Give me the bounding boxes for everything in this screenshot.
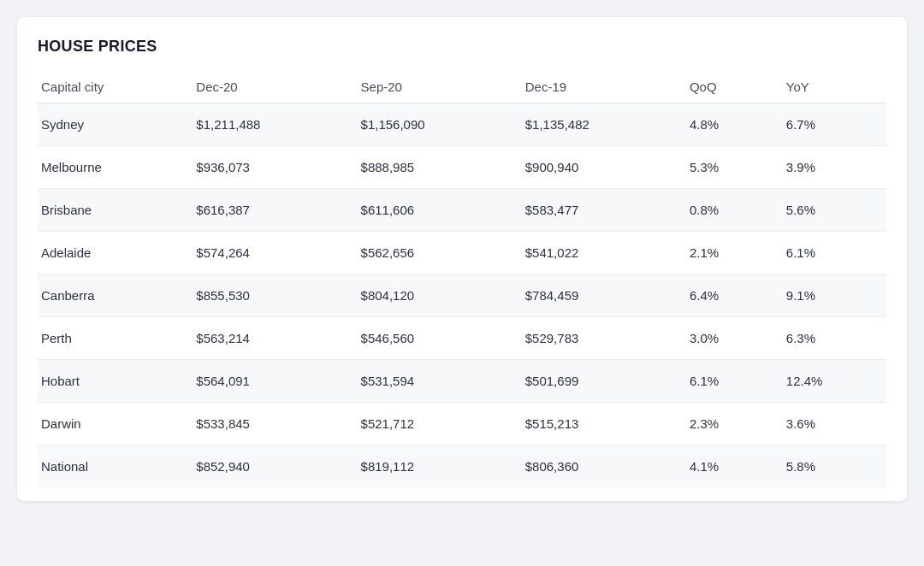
- cell-qoq: 4.8%: [679, 103, 776, 146]
- table-row: National$852,940$819,112$806,3604.1%5.8%: [38, 445, 886, 488]
- cell-city: Melbourne: [38, 146, 186, 189]
- table-row: Brisbane$616,387$611,606$583,4770.8%5.6%: [38, 189, 886, 232]
- cell-qoq: 0.8%: [679, 189, 776, 232]
- table-row: Darwin$533,845$521,712$515,2132.3%3.6%: [38, 403, 886, 445]
- cell-city: Perth: [38, 317, 186, 360]
- table-row: Sydney$1,211,488$1,156,090$1,135,4824.8%…: [38, 103, 886, 146]
- cell-city: Canberra: [38, 274, 186, 317]
- cell-qoq: 6.4%: [679, 274, 776, 317]
- col-header-dec19: Dec-19: [515, 71, 679, 103]
- cell-dec20: $855,530: [186, 274, 350, 317]
- cell-sep20: $521,712: [351, 403, 515, 445]
- cell-qoq: 5.3%: [679, 146, 776, 189]
- cell-sep20: $546,560: [351, 317, 515, 360]
- cell-yoy: 6.1%: [776, 232, 886, 274]
- cell-yoy: 12.4%: [776, 360, 886, 403]
- cell-dec19: $501,699: [515, 360, 679, 403]
- cell-sep20: $819,112: [351, 445, 515, 488]
- cell-dec20: $1,211,488: [186, 103, 350, 146]
- col-header-city: Capital city: [38, 71, 186, 103]
- cell-yoy: 5.6%: [776, 189, 886, 232]
- table-row: Adelaide$574,264$562,656$541,0222.1%6.1%: [38, 232, 886, 274]
- col-header-dec20: Dec-20: [186, 71, 350, 103]
- cell-yoy: 6.3%: [776, 317, 886, 360]
- cell-dec20: $533,845: [186, 403, 350, 445]
- cell-sep20: $1,156,090: [351, 103, 515, 146]
- cell-dec20: $574,264: [186, 232, 350, 274]
- table-row: Melbourne$936,073$888,985$900,9405.3%3.9…: [38, 146, 886, 189]
- cell-qoq: 2.3%: [679, 403, 776, 445]
- table-row: Perth$563,214$546,560$529,7833.0%6.3%: [38, 317, 886, 360]
- cell-sep20: $888,985: [351, 146, 515, 189]
- table-row: Canberra$855,530$804,120$784,4596.4%9.1%: [38, 274, 886, 317]
- cell-dec19: $515,213: [515, 403, 679, 445]
- cell-yoy: 3.6%: [776, 403, 886, 445]
- cell-sep20: $531,594: [351, 360, 515, 403]
- cell-yoy: 3.9%: [776, 146, 886, 189]
- cell-dec20: $564,091: [186, 360, 350, 403]
- cell-dec20: $616,387: [186, 189, 350, 232]
- cell-sep20: $804,120: [351, 274, 515, 317]
- table-body: Sydney$1,211,488$1,156,090$1,135,4824.8%…: [38, 103, 886, 488]
- cell-qoq: 3.0%: [679, 317, 776, 360]
- house-prices-table: Capital city Dec-20 Sep-20 Dec-19 QoQ Yo…: [38, 71, 886, 487]
- table-row: Hobart$564,091$531,594$501,6996.1%12.4%: [38, 360, 886, 403]
- cell-city: Adelaide: [38, 232, 186, 274]
- cell-sep20: $562,656: [351, 232, 515, 274]
- cell-yoy: 6.7%: [776, 103, 886, 146]
- cell-city: Brisbane: [38, 189, 186, 232]
- cell-dec19: $583,477: [515, 189, 679, 232]
- cell-dec20: $563,214: [186, 317, 350, 360]
- cell-sep20: $611,606: [351, 189, 515, 232]
- cell-yoy: 9.1%: [776, 274, 886, 317]
- cell-dec19: $784,459: [515, 274, 679, 317]
- cell-dec19: $541,022: [515, 232, 679, 274]
- cell-qoq: 4.1%: [679, 445, 776, 488]
- cell-qoq: 6.1%: [679, 360, 776, 403]
- cell-dec19: $900,940: [515, 146, 679, 189]
- cell-city: Sydney: [38, 103, 186, 146]
- cell-dec19: $806,360: [515, 445, 679, 488]
- cell-city: National: [38, 445, 186, 488]
- cell-city: Hobart: [38, 360, 186, 403]
- cell-yoy: 5.8%: [776, 445, 886, 488]
- col-header-sep20: Sep-20: [351, 71, 515, 103]
- col-header-yoy: YoY: [776, 71, 886, 103]
- cell-dec20: $852,940: [186, 445, 350, 488]
- col-header-qoq: QoQ: [679, 71, 776, 103]
- cell-dec19: $529,783: [515, 317, 679, 360]
- table-header-row: Capital city Dec-20 Sep-20 Dec-19 QoQ Yo…: [38, 71, 886, 103]
- house-prices-table-container: HOUSE PRICES Capital city Dec-20 Sep-20 …: [17, 17, 907, 501]
- table-title: HOUSE PRICES: [38, 38, 886, 56]
- cell-city: Darwin: [38, 403, 186, 445]
- cell-dec19: $1,135,482: [515, 103, 679, 146]
- cell-dec20: $936,073: [186, 146, 350, 189]
- cell-qoq: 2.1%: [679, 232, 776, 274]
